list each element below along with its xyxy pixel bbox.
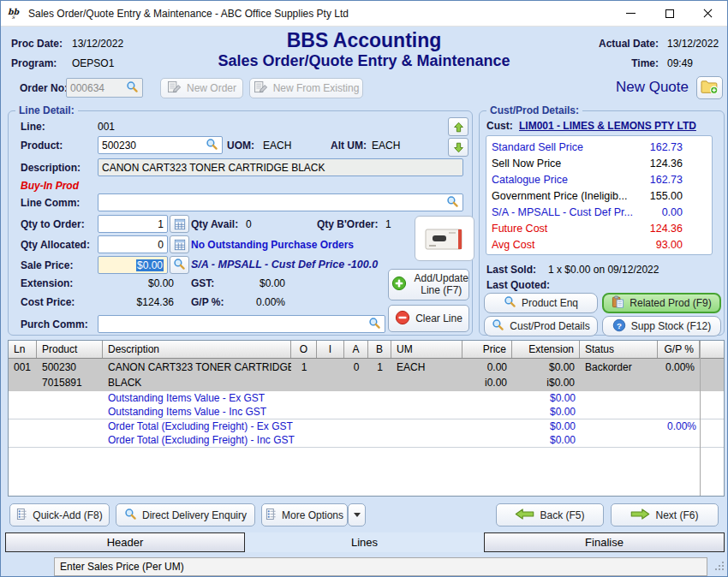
- price-row[interactable]: Catalogue Price162.73: [486, 171, 712, 187]
- add-update-line-button[interactable]: Add/Update Line (F7): [388, 269, 469, 300]
- table-row[interactable]: 001 5002307015891 CANON CART323 TONER CA…: [9, 359, 724, 391]
- move-line-up-button[interactable]: [448, 117, 468, 136]
- resize-grip[interactable]: [714, 561, 725, 574]
- cell-b: 1: [368, 359, 391, 391]
- back-button[interactable]: Back (F5): [496, 503, 604, 526]
- price-row[interactable]: Standard Sell Price162.73: [486, 139, 712, 155]
- summary-gp: [658, 391, 700, 405]
- related-prod-button[interactable]: Related Prod (F9): [602, 293, 721, 313]
- extension-label: Extension:: [21, 277, 73, 289]
- cell-gp: 0.00%: [658, 359, 700, 391]
- col-header-product[interactable]: Product: [37, 341, 103, 358]
- qty-border-value: 1: [385, 218, 391, 230]
- maximize-button[interactable]: [650, 1, 689, 26]
- col-header-a[interactable]: A: [344, 341, 368, 358]
- calculator-icon: [174, 218, 186, 230]
- sale-price-input[interactable]: $0.00: [98, 256, 168, 274]
- supp-stock-button[interactable]: ? Supp Stock (F12): [602, 316, 721, 336]
- product-enq-label: Product Enq: [522, 297, 578, 309]
- tab-header[interactable]: Header: [5, 532, 245, 552]
- direct-delivery-enquiry-button[interactable]: Direct Delivery Enquiry: [116, 503, 255, 526]
- window-controls: [612, 1, 727, 26]
- col-header-o[interactable]: O: [291, 341, 317, 358]
- line-value: 001: [98, 121, 115, 133]
- quick-add-label: Quick-Add (F8): [33, 509, 102, 521]
- price-row[interactable]: Future Cost124.36: [486, 220, 712, 236]
- search-icon[interactable]: [126, 80, 139, 96]
- more-options-label: More Options: [282, 509, 343, 521]
- next-button[interactable]: Next (F6): [611, 503, 719, 526]
- tab-finalise-label: Finalise: [585, 536, 624, 549]
- line-label: Line:: [21, 121, 45, 133]
- uom-value: EACH: [263, 140, 291, 152]
- alloc-calculator-button[interactable]: [170, 235, 189, 253]
- price-row[interactable]: Sell Now Price124.36: [486, 155, 712, 171]
- new-order-icon: [167, 80, 182, 96]
- summary-label: Outstanding Items Value - Ex GST: [103, 391, 512, 405]
- product-image-button[interactable]: [415, 216, 474, 261]
- col-header-description[interactable]: Description: [103, 341, 291, 358]
- move-line-down-button[interactable]: [448, 138, 468, 157]
- price-row[interactable]: S/A - MPSALL - Cust Def Pr...0.00: [486, 204, 712, 220]
- col-header-gp[interactable]: G/P %: [658, 341, 700, 358]
- back-icon: [515, 509, 534, 522]
- line-comm-input[interactable]: [98, 193, 463, 211]
- cust-prod-group: Cust/Prod Details: Cust: LIM001 - LIMES …: [479, 110, 725, 336]
- new-from-existing-button[interactable]: New From Existing: [249, 78, 363, 98]
- sale-price-value: $0.00: [136, 259, 164, 271]
- search-icon[interactable]: [446, 195, 459, 211]
- options-icon: [16, 508, 27, 523]
- purch-comm-input[interactable]: [98, 315, 385, 333]
- close-button[interactable]: [689, 1, 727, 26]
- qty-to-order-input[interactable]: 1: [98, 215, 168, 233]
- new-order-button[interactable]: New Order: [160, 78, 243, 98]
- product-input[interactable]: 500230: [98, 136, 223, 154]
- quick-add-button[interactable]: Quick-Add (F8): [9, 503, 110, 526]
- price-row[interactable]: Avg Cost93.00: [486, 236, 712, 253]
- dropdown-icon: [354, 513, 361, 517]
- search-icon: [173, 258, 186, 273]
- description-field: CANON CART323 TONER CARTRIDGE BLACK: [98, 158, 463, 176]
- customer-link[interactable]: LIM001 - LIMES & LEMONS PTY LTD: [519, 120, 696, 132]
- cell-status: Backorder: [580, 359, 658, 391]
- col-header-extension[interactable]: Extension: [512, 341, 580, 358]
- extension-value: $0.00: [98, 277, 174, 289]
- qty-calculator-button[interactable]: [170, 215, 189, 233]
- clear-line-button[interactable]: Clear Line: [388, 305, 469, 332]
- col-header-price[interactable]: Price: [462, 341, 512, 358]
- col-header-status[interactable]: Status: [580, 341, 658, 358]
- sale-price-search-button[interactable]: [170, 256, 189, 274]
- qty-allocated-input[interactable]: 0: [98, 235, 168, 253]
- summary-row: Order Total (Excluding Freight) - Inc GS…: [9, 433, 724, 447]
- tab-lines-label: Lines: [351, 536, 378, 549]
- price-row[interactable]: Government Price (Ineligib...155.00: [486, 187, 712, 204]
- more-options-button[interactable]: More Options: [261, 503, 348, 526]
- last-sold-value: 1 x $0.00 on 09/12/2022: [548, 264, 659, 276]
- clear-line-label: Clear Line: [415, 312, 462, 324]
- col-header-ln[interactable]: Ln: [9, 341, 37, 358]
- gst-value: $0.00: [214, 277, 285, 289]
- tab-finalise[interactable]: Finalise: [484, 532, 725, 552]
- summary-label: Order Total (Excluding Freight) - Ex GST: [103, 419, 512, 433]
- cust-prod-details-button[interactable]: Cust/Prod Details: [484, 316, 598, 336]
- order-no-input[interactable]: 000634: [66, 78, 143, 98]
- cell-description: CANON CART323 TONER CARTRIDGEBLACK: [103, 359, 291, 391]
- gp-value: 0.00%: [214, 296, 285, 308]
- product-enq-button[interactable]: Product Enq: [484, 293, 598, 313]
- col-header-b[interactable]: B: [368, 341, 391, 358]
- search-icon[interactable]: [206, 138, 218, 153]
- minimize-button[interactable]: [612, 1, 650, 26]
- tab-lines[interactable]: Lines: [245, 532, 484, 552]
- qty-to-order-value: 1: [158, 218, 164, 230]
- down-icon: [453, 142, 464, 153]
- new-quote-button[interactable]: [696, 76, 723, 99]
- new-from-existing-label: New From Existing: [273, 82, 360, 94]
- more-options-dropdown-button[interactable]: [348, 503, 366, 526]
- col-header-i[interactable]: I: [317, 341, 344, 358]
- summary-gp: [658, 405, 700, 419]
- col-header-um[interactable]: UM: [391, 341, 462, 358]
- search-icon[interactable]: [368, 317, 381, 332]
- cell-a: 0: [344, 359, 368, 391]
- qty-avail-label: Qty Avail:: [191, 218, 238, 230]
- product-label: Product:: [21, 140, 63, 152]
